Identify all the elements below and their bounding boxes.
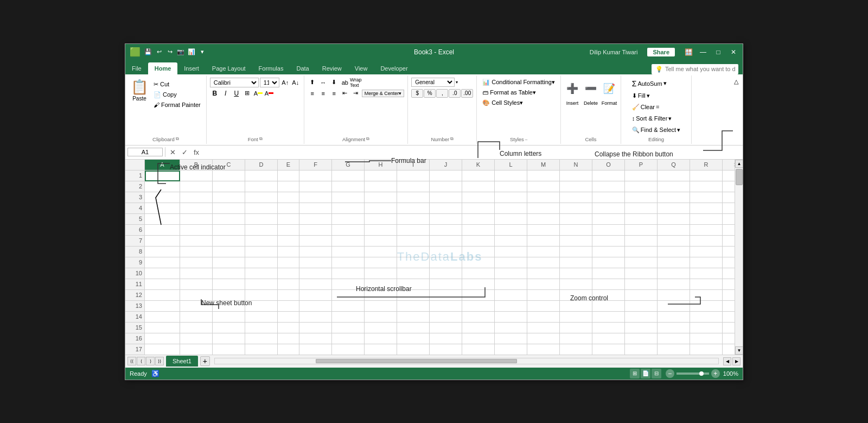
cell-C17[interactable]	[213, 344, 245, 355]
prev-sheet-button[interactable]: ⟨	[137, 357, 145, 365]
page-layout-view-button[interactable]: 📄	[641, 369, 650, 378]
cell-S12[interactable]	[723, 290, 735, 301]
row-num-10[interactable]: 10	[125, 268, 144, 279]
cell-O1[interactable]	[592, 171, 625, 181]
col-header-g[interactable]: G	[332, 160, 365, 170]
cell-N12[interactable]	[560, 290, 592, 301]
cell-S11[interactable]	[723, 279, 735, 290]
cell-B6[interactable]	[180, 225, 213, 236]
cell-L14[interactable]	[495, 312, 527, 323]
col-header-c[interactable]: C	[213, 160, 245, 170]
cell-S3[interactable]	[723, 192, 735, 203]
cell-P15[interactable]	[625, 323, 658, 333]
cell-S15[interactable]	[723, 323, 735, 333]
row-num-8[interactable]: 8	[125, 247, 144, 257]
cell-A15[interactable]	[145, 323, 180, 333]
align-bottom-button[interactable]: ⬇	[329, 78, 339, 87]
cell-M17[interactable]	[527, 344, 560, 355]
cell-C11[interactable]	[213, 279, 245, 290]
cell-G7[interactable]	[332, 236, 365, 247]
cell-O7[interactable]	[592, 236, 625, 247]
cell-Q8[interactable]	[658, 247, 690, 257]
chart-icon[interactable]: 📊	[187, 48, 196, 56]
cell-H8[interactable]	[365, 247, 397, 257]
cell-K11[interactable]	[462, 279, 495, 290]
cell-I5[interactable]	[397, 214, 430, 225]
cell-M10[interactable]	[527, 268, 560, 279]
clipboard-expand-icon[interactable]: ⧉	[176, 136, 179, 142]
merge-center-button[interactable]: Merge & Center▾	[362, 90, 405, 97]
cell-Q2[interactable]	[658, 181, 690, 192]
cell-L1[interactable]	[495, 171, 527, 181]
align-middle-button[interactable]: ↔	[318, 78, 328, 87]
col-header-e[interactable]: E	[278, 160, 299, 170]
tab-insert[interactable]: Insert	[177, 62, 206, 74]
number-expand-icon[interactable]: ⧉	[450, 136, 454, 142]
cell-B11[interactable]	[180, 279, 213, 290]
col-header-s[interactable]: S	[723, 160, 735, 170]
hscroll-left-button[interactable]: ◀	[723, 357, 731, 365]
h-scroll-thumb[interactable]	[316, 359, 517, 363]
cell-R12[interactable]	[690, 290, 723, 301]
undo-icon[interactable]: ↩	[155, 48, 163, 56]
scroll-down-button[interactable]: ▼	[735, 346, 743, 355]
cell-D8[interactable]	[245, 247, 278, 257]
format-button[interactable]: 📝	[601, 78, 617, 99]
cell-G5[interactable]	[332, 214, 365, 225]
cell-L11[interactable]	[495, 279, 527, 290]
cell-O4[interactable]	[592, 203, 625, 214]
zoom-slider[interactable]	[676, 373, 709, 375]
cell-R8[interactable]	[690, 247, 723, 257]
cell-B3[interactable]	[180, 192, 213, 203]
col-header-f[interactable]: F	[299, 160, 332, 170]
cell-E8[interactable]	[278, 247, 299, 257]
cell-F3[interactable]	[299, 192, 332, 203]
insert-button[interactable]: ➕	[564, 78, 580, 99]
tell-me-box[interactable]: 💡	[652, 64, 738, 74]
horizontal-scrollbar[interactable]	[214, 358, 719, 364]
cell-I12[interactable]	[397, 290, 430, 301]
cell-H12[interactable]	[365, 290, 397, 301]
cell-O9[interactable]	[592, 257, 625, 268]
copy-button[interactable]: 📄 Copy	[151, 90, 203, 99]
cell-N17[interactable]	[560, 344, 592, 355]
cell-S14[interactable]	[723, 312, 735, 323]
percent-button[interactable]: %	[424, 89, 436, 98]
cell-C14[interactable]	[213, 312, 245, 323]
cell-J2[interactable]	[430, 181, 462, 192]
tab-data[interactable]: Data	[290, 62, 315, 74]
cell-Q14[interactable]	[658, 312, 690, 323]
cell-A13[interactable]	[145, 301, 180, 312]
cell-D9[interactable]	[245, 257, 278, 268]
cell-C3[interactable]	[213, 192, 245, 203]
cell-I4[interactable]	[397, 203, 430, 214]
add-sheet-button[interactable]: +	[200, 356, 210, 366]
cell-C10[interactable]	[213, 268, 245, 279]
cell-A16[interactable]	[145, 333, 180, 344]
cell-K3[interactable]	[462, 192, 495, 203]
cell-H9[interactable]	[365, 257, 397, 268]
cell-G17[interactable]	[332, 344, 365, 355]
cell-B13[interactable]	[180, 301, 213, 312]
cell-D2[interactable]	[245, 181, 278, 192]
cell-G12[interactable]	[332, 290, 365, 301]
cell-O11[interactable]	[592, 279, 625, 290]
cell-H15[interactable]	[365, 323, 397, 333]
cell-E14[interactable]	[278, 312, 299, 323]
cell-E17[interactable]	[278, 344, 299, 355]
cell-J4[interactable]	[430, 203, 462, 214]
conditional-formatting-button[interactable]: 📊 Conditional Formatting▾	[480, 78, 557, 87]
qa-dropdown-icon[interactable]: ▾	[198, 48, 207, 56]
cell-J12[interactable]	[430, 290, 462, 301]
cell-F1[interactable]	[299, 171, 332, 181]
cell-M14[interactable]	[527, 312, 560, 323]
cell-H4[interactable]	[365, 203, 397, 214]
cell-Q13[interactable]	[658, 301, 690, 312]
cell-B17[interactable]	[180, 344, 213, 355]
cell-B4[interactable]	[180, 203, 213, 214]
cell-L3[interactable]	[495, 192, 527, 203]
cell-I17[interactable]	[397, 344, 430, 355]
cell-R5[interactable]	[690, 214, 723, 225]
cell-O10[interactable]	[592, 268, 625, 279]
cell-F17[interactable]	[299, 344, 332, 355]
